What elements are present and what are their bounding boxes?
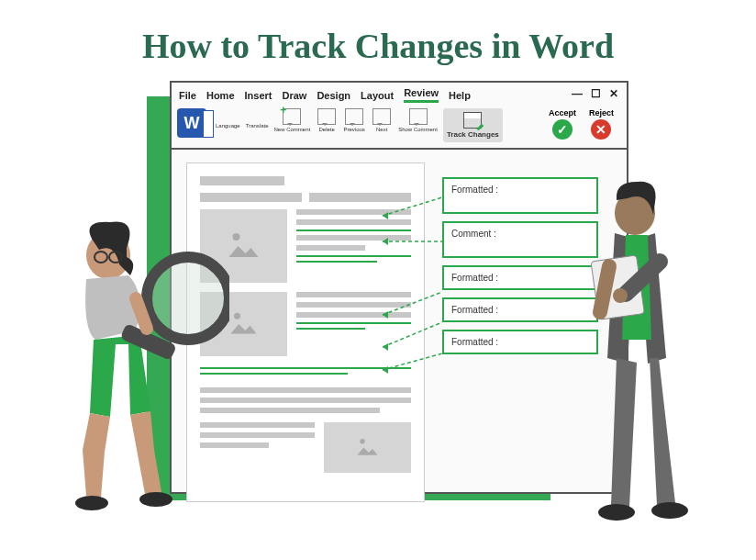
next-icon: [372, 108, 391, 125]
track-changes-icon: [463, 112, 482, 129]
delete-comment-button[interactable]: Delete: [316, 108, 338, 132]
svg-point-18: [598, 504, 635, 521]
show-comment-icon: [409, 108, 428, 125]
track-changes-button[interactable]: Track Changes: [443, 108, 503, 142]
track-changes-label: Track Changes: [447, 130, 499, 139]
svg-point-11: [75, 496, 108, 510]
document-canvas: Formatted : Comment : Formatted : Format…: [172, 150, 627, 486]
previous-button[interactable]: Previous: [343, 108, 365, 132]
accept-button[interactable]: Accept ✓: [549, 108, 576, 140]
accept-label: Accept: [549, 108, 576, 118]
maximize-button[interactable]: ☐: [588, 86, 603, 101]
heading-placeholder: [200, 176, 284, 185]
person-left-illustration: [28, 211, 229, 523]
tracked-change-line: [296, 230, 411, 231]
text-placeholder: [296, 235, 411, 241]
image-placeholder-icon: [324, 422, 411, 473]
balloon-label: Formatted :: [451, 305, 498, 315]
person-right-illustration: [563, 174, 728, 532]
text-placeholder: [296, 292, 411, 297]
show-comment-button[interactable]: Show Comment: [398, 108, 438, 132]
reject-icon: ✕: [591, 119, 611, 140]
text-placeholder: [296, 245, 365, 251]
svg-point-0: [233, 233, 240, 241]
tracked-change-line: [296, 322, 411, 324]
menu-design[interactable]: Design: [317, 90, 350, 101]
previous-icon: [345, 108, 363, 125]
menu-file[interactable]: File: [179, 90, 196, 101]
menu-home[interactable]: Home: [206, 90, 235, 101]
balloon-label: Formatted :: [451, 185, 498, 195]
menu-layout[interactable]: Layout: [361, 90, 394, 101]
close-button[interactable]: ✕: [606, 86, 621, 101]
accept-icon: ✓: [552, 119, 573, 140]
text-placeholder: [309, 193, 411, 202]
text-placeholder: [200, 387, 411, 393]
menu-draw[interactable]: Draw: [282, 90, 306, 101]
reject-button[interactable]: Reject ✕: [589, 108, 614, 140]
text-placeholder: [296, 219, 411, 225]
svg-point-19: [651, 502, 688, 519]
reject-label: Reject: [589, 108, 614, 118]
balloon-label: Comment :: [451, 229, 496, 239]
page-title: How to Track Changes in Word: [0, 0, 756, 66]
tracked-change-line: [296, 255, 411, 257]
text-placeholder: [296, 302, 411, 308]
tracked-change-line: [296, 328, 365, 330]
minimize-button[interactable]: —: [570, 86, 584, 101]
svg-point-12: [139, 492, 172, 507]
translate-label: Translate: [246, 123, 269, 129]
delete-icon: [317, 108, 336, 125]
tracked-change-line: [296, 261, 377, 263]
next-button[interactable]: Next: [371, 108, 393, 132]
new-comment-icon: [283, 108, 301, 125]
word-logo-icon: W: [177, 108, 206, 138]
text-placeholder: [296, 209, 411, 215]
word-app-window: File Home Insert Draw Design Layout Revi…: [170, 81, 628, 494]
text-placeholder: [200, 193, 302, 202]
window-controls: — ☐ ✕: [570, 86, 621, 101]
ribbon-toolbar: W Language Translate New Comment Delete …: [172, 105, 627, 150]
text-placeholder: [200, 398, 411, 403]
language-label: Language: [216, 123, 240, 129]
new-comment-button[interactable]: New Comment: [274, 108, 311, 132]
language-button[interactable]: Language: [216, 108, 240, 129]
tracked-change-line: [200, 367, 411, 369]
menu-help[interactable]: Help: [449, 90, 471, 101]
balloon-label: Formatted :: [451, 273, 498, 283]
svg-point-2: [360, 439, 365, 444]
menu-review[interactable]: Review: [404, 87, 439, 103]
svg-point-13: [147, 257, 229, 340]
text-placeholder: [296, 312, 411, 318]
balloon-label: Formatted :: [451, 337, 498, 347]
svg-point-1: [234, 313, 240, 319]
translate-button[interactable]: Translate: [246, 108, 269, 129]
menu-insert[interactable]: Insert: [245, 90, 272, 101]
svg-point-17: [613, 288, 628, 303]
menu-bar: File Home Insert Draw Design Layout Revi…: [172, 83, 627, 105]
